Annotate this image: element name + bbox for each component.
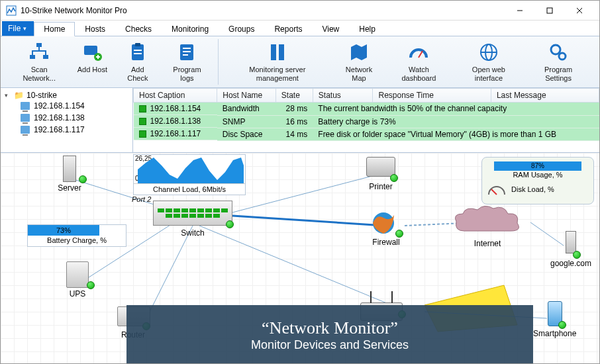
map-icon — [348, 42, 370, 63]
host-plus-icon — [81, 42, 103, 63]
host-icon — [21, 114, 30, 122]
tree-root[interactable]: ▾ 📁 10-strike — [5, 91, 128, 100]
body-split: ▾ 📁 10-strike 192.168.1.154 192.168.1.13… — [1, 88, 599, 153]
collapse-icon[interactable]: ▾ — [5, 92, 11, 99]
svg-line-32 — [146, 226, 193, 318]
table-row[interactable]: 192.168.1.154 Bandwidth 28 ms The curren… — [134, 103, 599, 116]
close-button[interactable] — [564, 1, 594, 21]
area-chart-icon — [138, 156, 244, 185]
svg-rect-8 — [84, 46, 97, 55]
file-label: File — [8, 24, 21, 33]
add-check-button[interactable]: Add Check — [115, 39, 160, 85]
tree-item[interactable]: 192.168.1.117 — [21, 124, 128, 136]
col-host-name[interactable]: Host Name — [217, 89, 276, 103]
maximize-button[interactable] — [534, 1, 564, 21]
tree-item[interactable]: 192.168.1.138 — [21, 112, 128, 124]
titlebar: 10-Strike Network Monitor Pro — [1, 1, 599, 21]
network-map-button[interactable]: Network Map — [332, 39, 385, 85]
node-server[interactable]: Server — [54, 156, 85, 193]
node-google[interactable]: google.com — [550, 231, 591, 268]
status-ok-icon — [139, 130, 146, 138]
status-dot-icon — [395, 230, 403, 238]
battery-widget[interactable]: 73% Battery Charge, % — [27, 224, 126, 247]
svg-rect-6 — [30, 55, 35, 59]
table-row[interactable]: 192.168.1.138 SNMP 16 ms Battery charge … — [134, 115, 599, 128]
svg-marker-36 — [138, 158, 244, 185]
status-dot-icon — [558, 321, 566, 329]
node-switch[interactable]: Switch — [153, 201, 232, 238]
ribbon-group-1: Scan Network... Add Host Add Check Progr… — [5, 39, 219, 85]
gears-icon — [548, 42, 569, 63]
program-logs-button[interactable]: Program logs — [160, 39, 213, 85]
app-icon — [6, 5, 17, 16]
battery-caption: Battery Charge, % — [28, 236, 126, 245]
tab-view[interactable]: View — [312, 22, 349, 36]
col-state[interactable]: State — [275, 89, 313, 103]
tab-help[interactable]: Help — [349, 22, 385, 36]
table-row[interactable]: 192.168.1.117 Disc Space 14 ms Free disk… — [134, 128, 599, 140]
status-dot-icon — [573, 251, 581, 259]
col-response-time[interactable]: Response Time — [373, 89, 491, 103]
logs-icon — [176, 42, 197, 63]
node-printer[interactable]: Printer — [365, 154, 397, 191]
col-host-caption[interactable]: Host Caption — [134, 89, 217, 103]
svg-line-37 — [491, 189, 497, 195]
monitoring-server-button[interactable]: Monitoring server management — [223, 39, 332, 85]
network-map-canvas[interactable]: 26,25 0 Channel Load, 6Mbit/s 73% Batter… — [1, 153, 599, 364]
gauge-icon — [408, 42, 429, 63]
overlay-title: “Network Monitor” — [262, 318, 398, 338]
channel-load-chart[interactable]: 26,25 0 Channel Load, 6Mbit/s — [133, 154, 246, 195]
svg-rect-7 — [43, 55, 48, 59]
status-ok-icon — [139, 105, 146, 113]
tab-hosts[interactable]: Hosts — [75, 22, 115, 36]
svg-rect-16 — [183, 51, 191, 52]
tabstrip: File ▾ Home Hosts Checks Monitoring Grou… — [1, 21, 599, 36]
network-icon — [28, 42, 50, 63]
svg-rect-17 — [183, 54, 188, 56]
window-title: 10-Strike Network Monitor Pro — [21, 6, 505, 15]
folder-icon: 📁 — [14, 91, 24, 100]
disk-caption: Disk Load, % — [511, 185, 554, 193]
status-ok-icon — [139, 118, 146, 125]
ram-caption: RAM Usage, % — [487, 171, 588, 179]
col-last-message[interactable]: Last Message — [491, 89, 599, 103]
status-dot-icon — [79, 175, 87, 183]
tab-monitoring[interactable]: Monitoring — [162, 22, 219, 36]
minimize-button[interactable] — [505, 1, 534, 21]
scan-network-button[interactable]: Scan Network... — [9, 39, 70, 85]
node-firewall[interactable]: Firewall — [370, 210, 402, 247]
clipboard-icon — [127, 42, 148, 63]
svg-rect-19 — [279, 44, 284, 60]
node-ups[interactable]: UPS — [62, 261, 93, 298]
chevron-down-icon: ▾ — [23, 25, 26, 32]
svg-rect-10 — [132, 44, 144, 60]
checks-table: Host Caption Host Name State Status Resp… — [133, 88, 599, 152]
tab-checks[interactable]: Checks — [115, 22, 162, 36]
status-dot-icon — [226, 220, 234, 228]
svg-rect-15 — [183, 48, 191, 49]
svg-rect-5 — [36, 43, 42, 47]
tab-groups[interactable]: Groups — [219, 22, 264, 36]
node-internet[interactable]: Internet — [451, 205, 524, 248]
disk-gauge-icon — [487, 181, 506, 197]
add-host-button[interactable]: Add Host — [70, 39, 115, 85]
svg-rect-12 — [134, 50, 142, 51]
globe-icon — [478, 42, 499, 63]
col-status[interactable]: Status — [313, 89, 373, 103]
watch-dashboard-button[interactable]: Watch dashboard — [385, 39, 452, 85]
host-icon — [21, 126, 30, 134]
tree-root-label: 10-strike — [26, 91, 57, 100]
tree-item[interactable]: 192.168.1.154 — [21, 100, 128, 112]
gauge-panel[interactable]: 87% RAM Usage, % Disk Load, % — [481, 157, 594, 205]
battery-bar: 73% — [28, 225, 99, 236]
host-tree: ▾ 📁 10-strike 192.168.1.154 192.168.1.13… — [1, 88, 133, 152]
tab-home[interactable]: Home — [34, 22, 75, 36]
tab-reports[interactable]: Reports — [264, 22, 312, 36]
open-web-button[interactable]: Open web interface — [452, 39, 525, 85]
svg-line-27 — [232, 173, 385, 212]
program-settings-button[interactable]: Program Settings — [525, 39, 591, 85]
node-smartphone[interactable]: Smartphone — [533, 301, 576, 338]
ram-bar: 87% — [494, 161, 581, 171]
file-menu[interactable]: File ▾ — [2, 21, 34, 36]
status-dot-icon — [87, 281, 95, 289]
